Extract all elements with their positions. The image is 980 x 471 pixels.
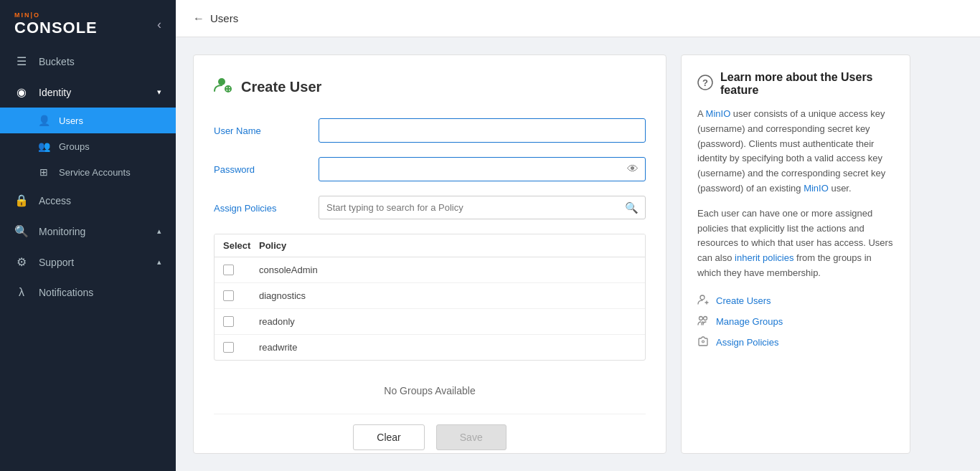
sidebar-item-notifications[interactable]: λ Notifications	[0, 277, 176, 308]
create-user-panel: Create User User Name Password 👁 Assign …	[193, 54, 666, 454]
svg-point-0	[218, 78, 225, 85]
policy-checkbox-readonly[interactable]	[223, 316, 234, 327]
policy-table-body: consoleAdmin diagnostics readonly readwr…	[215, 257, 645, 360]
back-arrow-icon: ←	[193, 12, 204, 25]
svg-point-6	[700, 295, 705, 300]
svg-point-11	[702, 341, 705, 343]
policy-search-wrap: 🔍	[319, 196, 646, 219]
create-users-link[interactable]: Create Users	[716, 295, 771, 306]
policy-checkbox-readwrite[interactable]	[223, 342, 234, 353]
info-body-1: A MinIO user consists of a unique access…	[697, 107, 894, 196]
password-label: Password	[214, 157, 307, 175]
policy-search-input[interactable]	[319, 196, 646, 219]
sidebar: MIN|O CONSOLE ‹ ☰ Buckets ◉ Identity ▾ 👤…	[0, 0, 176, 471]
identity-icon: ◉	[14, 85, 29, 99]
password-row: Password 👁	[214, 157, 646, 181]
sidebar-item-support[interactable]: ⚙ Support ▴	[0, 247, 176, 277]
svg-point-10	[704, 316, 707, 320]
table-row: consoleAdmin	[215, 257, 645, 283]
policy-search-icon: 🔍	[625, 201, 639, 214]
main-area: ← Users Create User	[176, 0, 980, 471]
support-icon: ⚙	[14, 255, 29, 269]
info-help-icon: ?	[697, 75, 713, 94]
policy-checkbox-diagnostics[interactable]	[223, 290, 234, 301]
sidebar-item-groups-label: Groups	[59, 141, 90, 152]
sidebar-item-access-label: Access	[39, 195, 71, 206]
policy-name-readonly: readonly	[259, 316, 636, 327]
users-icon: 👤	[37, 115, 50, 126]
policy-name-consoleadmin: consoleAdmin	[259, 265, 636, 275]
manage-groups-icon	[697, 315, 709, 328]
support-chevron-icon: ▴	[157, 257, 161, 267]
form-title-text: Create User	[241, 79, 321, 95]
sidebar-item-buckets[interactable]: ☰ Buckets	[0, 46, 176, 77]
info-link-assign-policies[interactable]: Assign Policies	[697, 336, 894, 349]
sidebar-item-service-accounts[interactable]: ⊞ Service Accounts	[0, 159, 176, 185]
sidebar-item-monitoring-label: Monitoring	[39, 226, 85, 237]
sidebar-item-identity[interactable]: ◉ Identity ▾	[0, 77, 176, 108]
logo-mini: MIN|O	[14, 11, 98, 19]
assign-policies-label: Assign Policies	[214, 196, 307, 214]
form-actions: Clear Save	[214, 414, 646, 450]
monitoring-icon: 🔍	[14, 224, 29, 238]
back-link[interactable]: ← Users	[193, 12, 238, 25]
info-body-2: Each user can have one or more assigned …	[697, 206, 894, 281]
policy-table: Select Policy consoleAdmin diagnostics r…	[214, 234, 646, 361]
sidebar-item-users-label: Users	[59, 115, 83, 126]
username-input-wrap	[319, 118, 646, 143]
topbar: ← Users	[176, 0, 980, 37]
content-area: Create User User Name Password 👁 Assign …	[176, 37, 980, 471]
save-button[interactable]: Save	[436, 424, 507, 450]
identity-chevron-icon: ▾	[157, 87, 161, 97]
logo: MIN|O CONSOLE	[14, 11, 98, 37]
info-panel-title: Learn more about the Users feature	[720, 71, 894, 97]
create-users-icon	[697, 294, 709, 308]
policy-checkbox-consoleadmin[interactable]	[223, 265, 234, 275]
info-link-create-users[interactable]: Create Users	[697, 294, 894, 308]
service-accounts-icon: ⊞	[37, 166, 50, 178]
sidebar-item-users[interactable]: 👤 Users	[0, 108, 176, 133]
sidebar-item-monitoring[interactable]: 🔍 Monitoring ▴	[0, 216, 176, 247]
form-title-row: Create User	[214, 75, 646, 98]
sidebar-logo: MIN|O CONSOLE ‹	[0, 0, 176, 46]
info-minio-highlight-1: MinIO	[706, 108, 731, 119]
info-minio-highlight-2: MinIO	[804, 183, 829, 194]
assign-policies-icon	[697, 336, 709, 349]
assign-policies-row: Assign Policies 🔍	[214, 196, 646, 219]
assign-policies-link[interactable]: Assign Policies	[716, 337, 778, 348]
clear-button[interactable]: Clear	[353, 424, 424, 450]
sidebar-item-service-accounts-label: Service Accounts	[59, 167, 131, 178]
password-visibility-icon[interactable]: 👁	[627, 163, 639, 176]
table-row: readwrite	[215, 335, 645, 360]
username-row: User Name	[214, 118, 646, 143]
access-icon: 🔒	[14, 194, 29, 207]
info-inherit-highlight: inherit policies	[735, 252, 793, 263]
policy-name-diagnostics: diagnostics	[259, 290, 636, 301]
sidebar-item-identity-label: Identity	[39, 87, 71, 98]
sidebar-item-support-label: Support	[39, 257, 74, 268]
buckets-icon: ☰	[14, 54, 29, 68]
policy-name-readwrite: readwrite	[259, 342, 636, 353]
sidebar-item-groups[interactable]: 👥 Groups	[0, 133, 176, 159]
col-select-header: Select	[223, 240, 259, 251]
logo-console: CONSOLE	[14, 19, 98, 37]
manage-groups-link[interactable]: Manage Groups	[716, 316, 783, 327]
password-input[interactable]	[319, 157, 646, 181]
back-label: Users	[210, 12, 238, 24]
groups-icon: 👥	[37, 141, 50, 152]
sidebar-item-buckets-label: Buckets	[39, 56, 75, 67]
table-row: readonly	[215, 309, 645, 335]
svg-point-9	[699, 316, 703, 320]
sidebar-item-access[interactable]: 🔒 Access	[0, 185, 176, 216]
monitoring-chevron-icon: ▴	[157, 227, 161, 236]
col-policy-header: Policy	[259, 240, 636, 251]
no-groups-message: No Groups Available	[214, 372, 646, 404]
sidebar-nav: ☰ Buckets ◉ Identity ▾ 👤 Users 👥 Groups …	[0, 46, 176, 471]
create-user-icon	[214, 75, 232, 98]
info-link-manage-groups[interactable]: Manage Groups	[697, 315, 894, 328]
svg-text:?: ?	[702, 77, 708, 88]
username-input[interactable]	[319, 118, 646, 143]
password-input-wrap: 👁	[319, 157, 646, 181]
policy-table-header: Select Policy	[215, 234, 645, 257]
sidebar-toggle-button[interactable]: ‹	[157, 17, 161, 32]
